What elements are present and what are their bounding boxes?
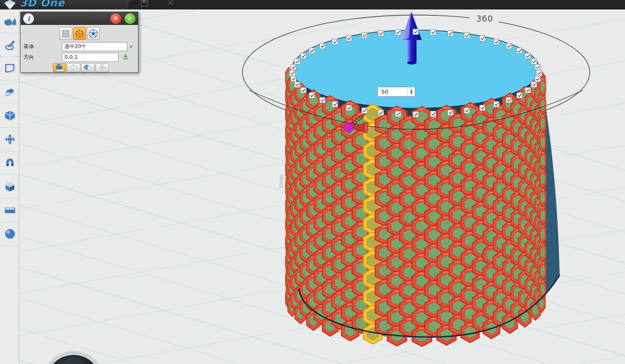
rim-checkbox[interactable] xyxy=(517,48,522,54)
sidebar-item-trim[interactable] xyxy=(0,80,19,104)
spinner-steppers[interactable]: ▲ ▼ xyxy=(407,87,415,96)
base-field-input[interactable] xyxy=(62,42,127,51)
blue-white-diamonds-icon xyxy=(83,64,94,72)
rim-checkbox[interactable] xyxy=(395,30,401,35)
hexagon-instance[interactable] xyxy=(539,113,546,134)
rim-checkbox[interactable] xyxy=(332,101,338,107)
close-icon[interactable] xyxy=(166,0,176,6)
white-diamonds-icon xyxy=(68,64,80,72)
pattern-geometry-option[interactable] xyxy=(53,63,66,72)
rim-checkbox[interactable] xyxy=(536,70,542,76)
rim-checkbox[interactable] xyxy=(378,110,384,116)
app-diamond-logo xyxy=(3,0,17,9)
pattern-option-row xyxy=(53,63,136,72)
sphere-pattern-button[interactable] xyxy=(87,27,100,40)
rim-checkbox[interactable] xyxy=(362,33,367,38)
rim-checkbox[interactable] xyxy=(531,82,537,88)
rim-checkbox[interactable] xyxy=(413,112,419,117)
pattern-count-spinner[interactable]: ▲ ▼ xyxy=(377,87,415,97)
hexagon-instance[interactable] xyxy=(539,168,546,189)
confirm-button[interactable]: ✓ xyxy=(125,13,135,24)
hexagon-instance[interactable] xyxy=(539,132,546,153)
dialog-header[interactable]: i ✕ ✓ xyxy=(21,12,138,25)
sidebar-item-sketch[interactable] xyxy=(0,33,19,57)
rim-checkbox[interactable] xyxy=(525,53,531,59)
sidebar-item-surface[interactable] xyxy=(0,57,19,80)
tool-sidebar xyxy=(0,9,19,364)
rim-checkbox[interactable] xyxy=(531,59,537,64)
stacked-boxes-icon xyxy=(54,64,65,72)
base-field-row: 基体 » xyxy=(22,42,136,51)
rim-checkbox[interactable] xyxy=(480,105,485,110)
rim-checkbox[interactable] xyxy=(506,43,512,49)
sidebar-item-solids[interactable] xyxy=(0,104,19,128)
diamond-option-1[interactable] xyxy=(67,63,80,72)
pattern-dialog: i ✕ ✓ xyxy=(20,12,138,73)
info-icon[interactable]: i xyxy=(23,13,34,24)
sidebar-item-combine[interactable] xyxy=(0,175,19,199)
hexagon-instance[interactable] xyxy=(539,95,546,116)
rim-checkbox[interactable] xyxy=(517,92,522,98)
rim-checkbox[interactable] xyxy=(535,76,541,82)
hexagon-instance[interactable] xyxy=(539,205,546,226)
rim-checkbox[interactable] xyxy=(493,101,499,107)
primitives-icon xyxy=(4,15,16,27)
sidebar-item-section[interactable] xyxy=(0,199,19,222)
hexagon-instance[interactable] xyxy=(539,224,546,245)
toolbar-background xyxy=(127,0,625,9)
rim-checkbox[interactable] xyxy=(378,31,384,36)
rim-checkbox[interactable] xyxy=(309,92,315,98)
rim-checkbox[interactable] xyxy=(309,48,315,54)
chevron-double-down-icon[interactable]: » xyxy=(129,45,133,48)
rim-checkbox[interactable] xyxy=(300,53,306,59)
rim-checkbox[interactable] xyxy=(464,33,470,38)
diamond-option-2[interactable] xyxy=(81,63,95,72)
pattern-count-input[interactable] xyxy=(378,87,407,96)
circular-pattern-button[interactable] xyxy=(73,27,86,40)
rim-checkbox[interactable] xyxy=(464,108,470,113)
rim-checkbox[interactable] xyxy=(300,87,306,93)
hexagon-instance[interactable] xyxy=(539,150,546,171)
cancel-button[interactable]: ✕ xyxy=(110,13,121,24)
direction-field-input[interactable] xyxy=(62,53,119,62)
sidebar-item-magnet[interactable] xyxy=(0,151,19,175)
rim-checkbox[interactable] xyxy=(291,64,296,70)
rim-checkbox[interactable] xyxy=(413,29,419,35)
rim-checkbox[interactable] xyxy=(525,87,531,93)
rim-checkbox[interactable] xyxy=(291,76,296,82)
rim-checkbox[interactable] xyxy=(362,108,367,113)
dialog-body: 基体 » 方向 xyxy=(21,25,138,72)
hexagon-instance[interactable] xyxy=(539,260,546,281)
rim-checkbox[interactable] xyxy=(430,30,436,35)
diamond-dot-icon xyxy=(97,64,108,72)
rim-checkbox[interactable] xyxy=(320,97,325,103)
rim-checkbox[interactable] xyxy=(332,39,338,45)
circular-pattern-icon xyxy=(75,29,84,38)
rim-checkbox[interactable] xyxy=(493,39,499,45)
spinner-down-icon[interactable]: ▼ xyxy=(410,92,412,95)
solid-cube-icon xyxy=(4,110,16,122)
hexagon-instance[interactable] xyxy=(539,187,546,208)
sidebar-item-material[interactable] xyxy=(0,222,19,246)
rim-checkbox[interactable] xyxy=(346,105,352,110)
rim-checkbox[interactable] xyxy=(447,31,453,36)
sidebar-item-move[interactable] xyxy=(0,128,19,151)
save-icon[interactable] xyxy=(138,0,150,7)
diamond-option-3[interactable] xyxy=(95,63,109,72)
pick-direction-icon[interactable] xyxy=(122,54,129,61)
rim-checkbox[interactable] xyxy=(320,43,325,49)
hexagon-instance[interactable] xyxy=(539,242,546,263)
linear-pattern-button[interactable] xyxy=(59,27,72,40)
rim-checkbox[interactable] xyxy=(290,70,295,76)
pattern-type-row xyxy=(22,27,136,40)
rim-checkbox[interactable] xyxy=(294,59,300,64)
rim-checkbox[interactable] xyxy=(506,97,512,103)
rim-checkbox[interactable] xyxy=(294,82,300,88)
sidebar-item-primitives[interactable] xyxy=(0,9,19,33)
rim-checkbox[interactable] xyxy=(430,111,436,117)
rim-checkbox[interactable] xyxy=(480,36,485,41)
rim-checkbox[interactable] xyxy=(447,110,453,116)
rim-checkbox[interactable] xyxy=(395,111,401,117)
rim-checkbox[interactable] xyxy=(346,36,352,41)
rim-checkbox[interactable] xyxy=(535,64,541,70)
